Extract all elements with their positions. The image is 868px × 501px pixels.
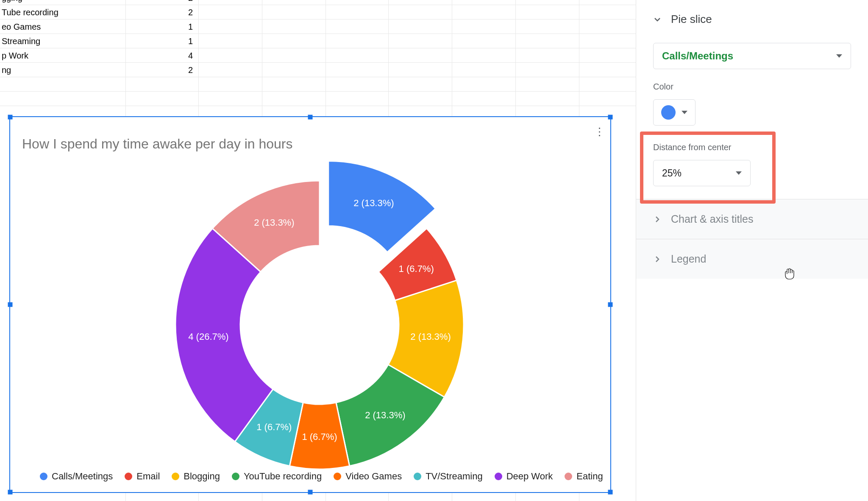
- legend-item[interactable]: Calls/Meetings: [40, 471, 113, 482]
- resize-handle[interactable]: [608, 302, 613, 307]
- color-picker[interactable]: [653, 99, 696, 126]
- spreadsheet-area: gging 2 Tube recording 2 eo Games 1 Stre…: [0, 0, 636, 501]
- chevron-right-icon: [653, 215, 662, 224]
- chart-editor-panel: Pie slice Calls/Meetings Color Distance …: [636, 0, 868, 501]
- legend-item[interactable]: Blogging: [172, 471, 220, 482]
- chevron-down-icon: [653, 15, 662, 24]
- slice-label: 2 (13.3%): [353, 198, 394, 208]
- dropdown-caret-icon: [836, 54, 842, 58]
- distance-value: 25%: [662, 168, 682, 179]
- legend-label: Blogging: [184, 471, 220, 482]
- legend-item[interactable]: Video Games: [334, 471, 402, 482]
- legend-label: Video Games: [345, 471, 402, 482]
- distance-selector[interactable]: 25%: [653, 160, 751, 186]
- legend-item[interactable]: TV/Streaming: [414, 471, 483, 482]
- cell[interactable]: eo Games: [0, 20, 125, 34]
- resize-handle[interactable]: [308, 490, 313, 495]
- cell[interactable]: p Work: [0, 48, 125, 63]
- slice-selector[interactable]: Calls/Meetings: [653, 43, 851, 69]
- slice-selected-value: Calls/Meetings: [662, 50, 733, 62]
- legend-item[interactable]: Eating: [565, 471, 603, 482]
- slice-label: 1 (6.7%): [256, 422, 292, 432]
- cell[interactable]: ng: [0, 63, 125, 77]
- dropdown-caret-icon: [736, 171, 742, 175]
- legend-item[interactable]: Email: [125, 471, 160, 482]
- chart-legend: Calls/Meetings Email Blogging YouTube re…: [40, 471, 603, 482]
- dropdown-caret-icon: [682, 111, 687, 114]
- resize-handle[interactable]: [608, 490, 613, 495]
- section-title: Pie slice: [671, 13, 712, 26]
- legend-item[interactable]: YouTube recording: [232, 471, 322, 482]
- cell[interactable]: Tube recording: [0, 5, 125, 20]
- pointer-cursor-icon: [784, 267, 796, 284]
- cell[interactable]: 2: [125, 63, 197, 77]
- cell[interactable]: 2: [125, 0, 197, 5]
- legend-item[interactable]: Deep Work: [495, 471, 553, 482]
- slice-label: 2 (13.3%): [365, 410, 405, 420]
- slice-label: 2 (13.3%): [254, 217, 294, 228]
- distance-label: Distance from center: [653, 143, 851, 152]
- color-swatch: [661, 105, 676, 120]
- resize-handle[interactable]: [308, 115, 313, 120]
- resize-handle[interactable]: [8, 115, 13, 120]
- chart-object[interactable]: How I spend my time awake per day in hou…: [9, 116, 611, 493]
- cell[interactable]: Streaming: [0, 34, 125, 48]
- color-label: Color: [653, 82, 851, 92]
- section-chart-axis-titles[interactable]: Chart & axis titles: [636, 199, 868, 239]
- section-title: Chart & axis titles: [671, 213, 754, 225]
- slice-label: 4 (26.7%): [188, 331, 228, 342]
- legend-label: Calls/Meetings: [52, 471, 113, 482]
- legend-label: Deep Work: [506, 471, 553, 482]
- cell[interactable]: 1: [125, 34, 197, 48]
- legend-label: YouTube recording: [244, 471, 322, 482]
- section-legend[interactable]: Legend: [636, 239, 868, 279]
- slice-label: 1 (6.7%): [399, 263, 434, 274]
- resize-handle[interactable]: [8, 490, 13, 495]
- resize-handle[interactable]: [608, 115, 613, 120]
- chevron-right-icon: [653, 255, 662, 263]
- donut-chart[interactable]: 2 (13.3%)1 (6.7%)2 (13.3%)2 (13.3%)1 (6.…: [167, 126, 472, 473]
- chart-menu-icon[interactable]: ⋯: [593, 126, 606, 138]
- cell[interactable]: gging: [0, 0, 125, 5]
- resize-handle[interactable]: [8, 302, 13, 307]
- slice-label: 1 (6.7%): [302, 431, 337, 442]
- cell[interactable]: 2: [125, 5, 197, 20]
- slice-label: 2 (13.3%): [410, 331, 451, 342]
- section-title: Legend: [671, 253, 706, 265]
- cell[interactable]: 4: [125, 48, 197, 63]
- legend-label: Email: [136, 471, 160, 482]
- cell[interactable]: 1: [125, 20, 197, 34]
- legend-label: TV/Streaming: [426, 471, 483, 482]
- legend-label: Eating: [576, 471, 603, 482]
- section-pie-slice[interactable]: Pie slice: [653, 13, 851, 26]
